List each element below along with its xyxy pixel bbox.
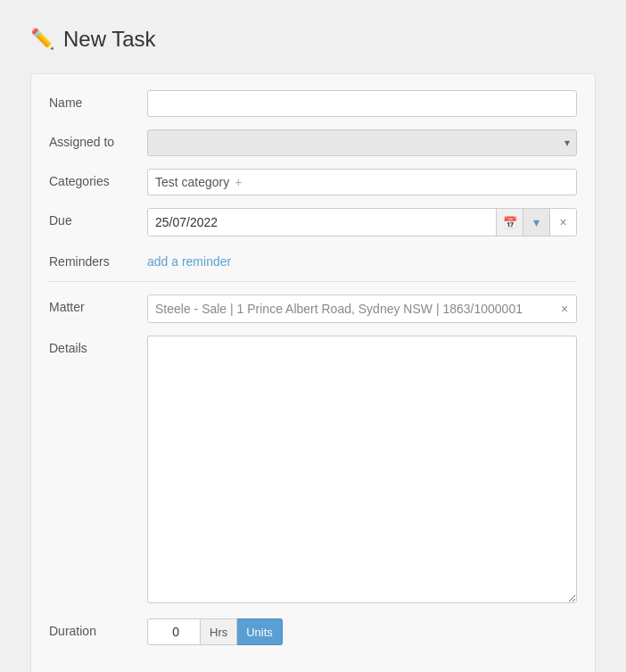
assigned-to-row: Assigned to ▾ bbox=[49, 129, 577, 156]
due-row: Due 📅 ▾ × bbox=[49, 208, 577, 236]
duration-wrapper: Hrs Units bbox=[147, 618, 577, 645]
form-body: Name Assigned to ▾ Categories bbox=[30, 73, 596, 672]
duration-units-button[interactable]: Units bbox=[237, 618, 283, 645]
details-row: Details bbox=[49, 336, 577, 606]
duration-control: Hrs Units bbox=[147, 618, 577, 645]
name-input[interactable] bbox=[147, 90, 577, 117]
due-control: 📅 ▾ × bbox=[147, 208, 577, 236]
categories-row: Categories Test category + bbox=[49, 169, 577, 195]
page-title-row: ✏️ New Task bbox=[30, 27, 596, 52]
due-calendar-button[interactable]: 📅 bbox=[496, 209, 523, 236]
due-arrow-button[interactable]: ▾ bbox=[523, 209, 549, 236]
matter-wrapper: × bbox=[147, 295, 577, 323]
reminders-row: Reminders add a reminder bbox=[49, 249, 577, 269]
assigned-to-label: Assigned to bbox=[49, 129, 147, 149]
matter-input[interactable] bbox=[148, 295, 553, 322]
name-control bbox=[147, 90, 577, 117]
assigned-to-select[interactable] bbox=[147, 129, 577, 156]
due-label: Due bbox=[49, 208, 147, 228]
due-arrow-icon: ▾ bbox=[533, 215, 540, 229]
categories-wrapper[interactable]: Test category + bbox=[147, 169, 577, 195]
divider bbox=[49, 281, 577, 282]
due-wrapper: 📅 ▾ × bbox=[147, 208, 577, 236]
page-container: ✏️ New Task Name Assigned to ▾ bbox=[9, 9, 617, 672]
matter-clear-button[interactable]: × bbox=[553, 295, 576, 322]
name-label: Name bbox=[49, 90, 147, 110]
page-title: New Task bbox=[63, 27, 156, 52]
categories-control: Test category + bbox=[147, 169, 577, 195]
due-calendar-icon: 📅 bbox=[503, 216, 517, 229]
assigned-to-control: ▾ bbox=[147, 129, 577, 156]
task-icon: ✏️ bbox=[30, 28, 54, 51]
due-input[interactable] bbox=[148, 209, 496, 236]
matter-control: × bbox=[147, 295, 577, 323]
details-textarea[interactable] bbox=[147, 336, 577, 603]
name-row: Name bbox=[49, 90, 577, 117]
category-tag: Test category bbox=[155, 175, 229, 189]
reminders-control: add a reminder bbox=[147, 249, 577, 269]
categories-label: Categories bbox=[49, 169, 147, 188]
duration-hrs-button[interactable]: Hrs bbox=[201, 618, 237, 645]
due-clear-button[interactable]: × bbox=[549, 209, 576, 236]
details-label: Details bbox=[49, 336, 147, 355]
due-clear-icon: × bbox=[559, 215, 566, 229]
reminders-label: Reminders bbox=[49, 249, 147, 269]
details-control bbox=[147, 336, 577, 606]
category-add-icon[interactable]: + bbox=[235, 175, 242, 189]
duration-row: Duration Hrs Units bbox=[49, 618, 577, 645]
matter-label: Matter bbox=[49, 295, 147, 314]
matter-clear-icon: × bbox=[561, 302, 568, 316]
duration-label: Duration bbox=[49, 618, 147, 638]
add-reminder-link[interactable]: add a reminder bbox=[147, 249, 231, 269]
assigned-to-select-wrapper: ▾ bbox=[147, 129, 577, 156]
duration-input[interactable] bbox=[147, 618, 201, 645]
matter-row: Matter × bbox=[49, 295, 577, 323]
